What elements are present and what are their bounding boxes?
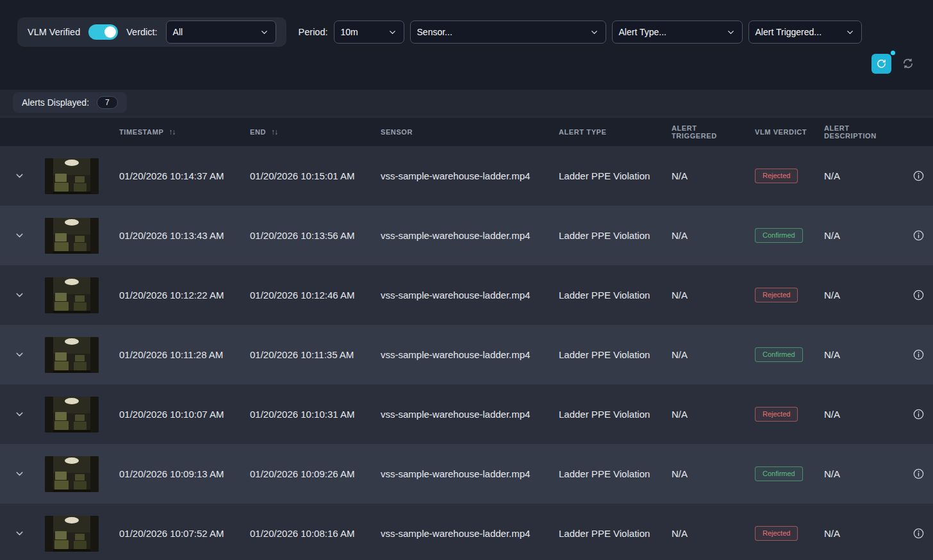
info-icon[interactable]: [912, 349, 925, 361]
expand-chevron-icon[interactable]: [14, 230, 25, 241]
alert-type-cell: Ladder PPE Violation: [549, 349, 661, 360]
alert-thumbnail[interactable]: [45, 456, 99, 492]
verdict-select-value: All: [173, 27, 183, 37]
sensor-cell: vss-sample-warehouse-ladder.mp4: [370, 170, 549, 181]
info-icon[interactable]: [912, 527, 925, 539]
table-row[interactable]: 01/20/2026 10:09:13 AM 01/20/2026 10:09:…: [0, 444, 933, 504]
vlm-verified-toggle[interactable]: [88, 24, 118, 40]
alert-thumbnail[interactable]: [45, 158, 99, 194]
alert-type-cell: Ladder PPE Violation: [549, 468, 661, 479]
expand-chevron-icon[interactable]: [14, 290, 25, 301]
alerts-summary-strip: Alerts Displayed: 7: [0, 90, 933, 115]
notification-dot: [891, 51, 895, 55]
column-header-end[interactable]: END ↑↓: [240, 128, 370, 136]
table-row[interactable]: 01/20/2026 10:13:43 AM 01/20/2026 10:13:…: [0, 206, 933, 265]
vlm-verdict-badge: Rejected: [755, 169, 798, 183]
alert-thumbnail[interactable]: [45, 277, 99, 313]
info-icon[interactable]: [912, 229, 925, 242]
alert-triggered-select-value: Alert Triggered...: [755, 27, 822, 37]
table-header: TIMESTAMP ↑↓ END ↑↓ SENSOR ALERT TYPE AL…: [0, 118, 933, 146]
expand-chevron-icon[interactable]: [14, 528, 25, 539]
table-row[interactable]: 01/20/2026 10:10:07 AM 01/20/2026 10:10:…: [0, 384, 933, 444]
vlm-verdict-badge: Rejected: [755, 407, 798, 422]
table-row[interactable]: 01/20/2026 10:07:52 AM 01/20/2026 10:08:…: [0, 504, 933, 560]
info-icon[interactable]: [912, 289, 925, 301]
sync-button[interactable]: [901, 57, 915, 71]
chevron-down-icon: [726, 28, 736, 37]
column-header-sensor: SENSOR: [370, 128, 549, 136]
sort-icon[interactable]: ↑↓: [271, 128, 277, 136]
timestamp-cell: 01/20/2026 10:09:13 AM: [109, 468, 240, 479]
expand-chevron-icon[interactable]: [14, 409, 25, 420]
column-header-timestamp[interactable]: TIMESTAMP ↑↓: [109, 128, 240, 136]
alert-triggered-cell: N/A: [661, 409, 745, 420]
alerts-table-body: 01/20/2026 10:14:37 AM 01/20/2026 10:15:…: [0, 146, 933, 560]
vlm-verdict-badge: Confirmed: [755, 347, 803, 362]
alert-description-cell: N/A: [814, 290, 904, 301]
verdict-select[interactable]: All: [166, 21, 276, 44]
alert-thumbnail[interactable]: [45, 218, 99, 254]
alert-description-cell: N/A: [814, 409, 904, 420]
sensor-cell: vss-sample-warehouse-ladder.mp4: [370, 468, 549, 479]
sort-icon[interactable]: ↑↓: [169, 128, 175, 136]
vlm-verified-panel: VLM Verified Verdict: All: [17, 17, 286, 47]
end-cell: 01/20/2026 10:11:35 AM: [240, 349, 370, 360]
alert-description-cell: N/A: [814, 230, 904, 241]
end-cell: 01/20/2026 10:09:26 AM: [240, 468, 370, 479]
column-header-alert-type: ALERT TYPE: [549, 128, 661, 136]
period-select-value: 10m: [341, 27, 358, 37]
alert-description-cell: N/A: [814, 468, 904, 479]
alert-thumbnail[interactable]: [45, 397, 99, 432]
alert-description-cell: N/A: [814, 528, 904, 539]
timestamp-cell: 01/20/2026 10:12:22 AM: [109, 290, 240, 301]
sensor-cell: vss-sample-warehouse-ladder.mp4: [370, 528, 549, 539]
end-cell: 01/20/2026 10:15:01 AM: [240, 170, 370, 181]
vlm-verified-label: VLM Verified: [28, 27, 80, 37]
alert-type-select[interactable]: Alert Type...: [612, 21, 743, 44]
vlm-verdict-badge: Confirmed: [755, 228, 803, 243]
table-row[interactable]: 01/20/2026 10:14:37 AM 01/20/2026 10:15:…: [0, 146, 933, 206]
vlm-verdict-badge: Rejected: [755, 288, 798, 302]
sensor-cell: vss-sample-warehouse-ladder.mp4: [370, 230, 549, 241]
end-cell: 01/20/2026 10:12:46 AM: [240, 290, 370, 301]
sync-icon: [902, 57, 914, 70]
alert-type-select-value: Alert Type...: [619, 27, 666, 37]
alert-type-cell: Ladder PPE Violation: [549, 409, 661, 420]
alert-type-cell: Ladder PPE Violation: [549, 290, 661, 301]
end-cell: 01/20/2026 10:08:16 AM: [240, 528, 370, 539]
info-icon[interactable]: [912, 468, 925, 480]
column-header-alert-description: ALERT DESCRIPTION: [814, 124, 904, 140]
alert-thumbnail[interactable]: [45, 516, 99, 552]
alert-thumbnail[interactable]: [45, 337, 99, 373]
expand-chevron-icon[interactable]: [14, 170, 25, 181]
alert-triggered-select[interactable]: Alert Triggered...: [748, 21, 862, 44]
sensor-select[interactable]: Sensor...: [410, 21, 606, 44]
chevron-down-icon: [388, 28, 397, 37]
timestamp-cell: 01/20/2026 10:13:43 AM: [109, 230, 240, 241]
table-row[interactable]: 01/20/2026 10:12:22 AM 01/20/2026 10:12:…: [0, 265, 933, 325]
timestamp-cell: 01/20/2026 10:11:28 AM: [109, 349, 240, 360]
alert-triggered-cell: N/A: [661, 349, 745, 360]
period-label: Period:: [299, 27, 328, 37]
info-icon[interactable]: [912, 170, 925, 182]
period-select[interactable]: 10m: [334, 21, 404, 44]
timestamp-cell: 01/20/2026 10:10:07 AM: [109, 409, 240, 420]
alert-type-cell: Ladder PPE Violation: [549, 230, 661, 241]
alert-description-cell: N/A: [814, 349, 904, 360]
column-header-vlm-verdict: VLM VERDICT: [745, 128, 814, 136]
chevron-down-icon: [260, 28, 269, 37]
chevron-down-icon: [590, 28, 599, 37]
sensor-cell: vss-sample-warehouse-ladder.mp4: [370, 349, 549, 360]
chevron-down-icon: [845, 28, 855, 37]
info-icon[interactable]: [912, 408, 925, 420]
refresh-alerts-button[interactable]: [871, 54, 891, 74]
filter-toolbar: VLM Verified Verdict: All Period: 10m Se…: [0, 0, 933, 90]
table-row[interactable]: 01/20/2026 10:11:28 AM 01/20/2026 10:11:…: [0, 325, 933, 384]
expand-chevron-icon[interactable]: [14, 468, 25, 479]
vlm-verdict-badge: Rejected: [755, 526, 798, 541]
vlm-verdict-badge: Confirmed: [755, 466, 803, 481]
alert-type-cell: Ladder PPE Violation: [549, 528, 661, 539]
alerts-displayed-label: Alerts Displayed:: [22, 97, 89, 108]
expand-chevron-icon[interactable]: [14, 349, 25, 360]
timestamp-cell: 01/20/2026 10:14:37 AM: [109, 170, 240, 181]
